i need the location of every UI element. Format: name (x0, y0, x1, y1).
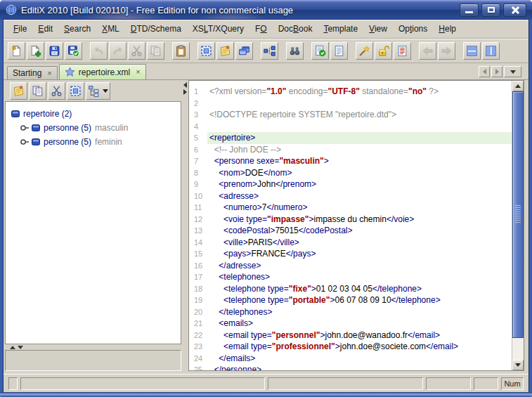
split-horizontal-button[interactable] (463, 42, 481, 60)
tree-item-personne-masculin[interactable]: personne (5)masculin (6, 121, 181, 135)
validate-document-button[interactable] (311, 42, 329, 60)
structure-panel: repertoire (2)personne (5)masculinperson… (5, 80, 181, 371)
split-horizontal-icon (466, 45, 478, 57)
code-line-18[interactable]: <telephone type="fixe">01 02 03 04 05</t… (207, 283, 512, 295)
code-line-20[interactable]: </telephones> (207, 306, 512, 318)
expander-icon (20, 123, 32, 133)
code-line-16[interactable]: </adresse> (207, 260, 512, 272)
code-line-14[interactable]: <ville>PARIS</ville> (207, 237, 512, 249)
split-vertical-button[interactable] (482, 42, 500, 60)
code-line-17[interactable]: <telephones> (207, 271, 512, 283)
code-line-6[interactable]: <!-- John DOE --> (207, 144, 512, 156)
menu-options[interactable]: Options (393, 22, 433, 36)
menu-view[interactable]: View (363, 22, 393, 36)
tree-item-label: personne (5) (44, 123, 91, 133)
tab-close-icon[interactable]: × (47, 70, 51, 77)
collapse-up-icon[interactable] (10, 346, 15, 349)
code-line-3[interactable]: <!DOCTYPE repertoire SYSTEM "repertoire.… (207, 109, 512, 121)
search-binoculars-button[interactable] (286, 42, 304, 60)
main-toolbar (4, 39, 528, 63)
tab-close-icon[interactable]: × (136, 68, 140, 76)
panel-select-block-button[interactable] (67, 82, 84, 100)
tree-item-personne-feminin[interactable]: personne (5)feminin (6, 135, 181, 149)
menu-template[interactable]: Template (318, 22, 363, 36)
wand-button[interactable] (356, 42, 373, 60)
menu-xslt-xquery[interactable]: XSLT/XQuery (187, 22, 249, 36)
select-block-button[interactable] (197, 42, 215, 60)
split-divider[interactable] (181, 80, 188, 371)
panel-splitter[interactable] (5, 344, 181, 350)
num-lock-indicator: Num (501, 377, 524, 390)
xml-editor: 1234567891011121314151617181920212223242… (188, 80, 524, 371)
code-line-19[interactable]: <telephone type="portable">06 07 08 09 1… (207, 294, 512, 306)
collapse-right-icon[interactable] (183, 89, 187, 95)
code-line-13[interactable]: <codePostal>75015</codePostal> (207, 225, 512, 237)
code-line-11[interactable]: <numero>7</numero> (207, 202, 512, 214)
code-line-2[interactable] (207, 98, 512, 110)
code-line-5[interactable]: <repertoire> (207, 132, 512, 144)
back-icon (422, 45, 434, 57)
tab-scroll-right-button[interactable] (491, 66, 502, 77)
panel-tree-view-button[interactable] (86, 82, 110, 100)
code-line-21[interactable]: <emails> (207, 318, 512, 330)
scrollbar-track[interactable] (512, 91, 524, 360)
minimize-button[interactable] (460, 4, 479, 17)
code-line-10[interactable]: <adresse> (207, 190, 512, 202)
format-document-button[interactable] (394, 42, 411, 60)
code-line-8[interactable]: <nom>DOE</nom> (207, 167, 512, 179)
code-line-24[interactable]: </emails> (207, 353, 512, 365)
code-line-12[interactable]: <voie type="impasse">impasse du chemin</… (207, 214, 512, 226)
tab-list-dropdown-button[interactable] (504, 66, 521, 77)
note-button[interactable] (216, 42, 234, 60)
menu-fo[interactable]: FO (249, 22, 273, 36)
text-document-button[interactable] (330, 42, 348, 60)
maximize-button[interactable] (481, 4, 500, 17)
title-bar[interactable]: EditiX 2010 [Build 020110] - Free Editio… (0, 0, 532, 20)
code-line-23[interactable]: <email type="professionnel">john.doe@soc… (207, 341, 512, 353)
code-line-4[interactable] (207, 121, 512, 133)
collapse-left-icon[interactable] (183, 82, 187, 88)
save-check-button[interactable] (65, 42, 82, 60)
close-button[interactable] (503, 4, 526, 17)
new-document-button[interactable] (8, 42, 25, 60)
code-line-7[interactable]: <personne sexe="masculin"> (207, 155, 512, 167)
toolbar-separator (190, 51, 197, 51)
menu-search[interactable]: Search (58, 22, 96, 36)
code-line-25[interactable]: </personne> (207, 364, 512, 370)
panel-copy-button[interactable] (29, 82, 46, 100)
cascade-windows-button[interactable] (235, 42, 253, 60)
menu-xml[interactable]: XML (96, 22, 125, 36)
code-area[interactable]: <?xml version="1.0" encoding="UTF-8" sta… (207, 81, 512, 370)
tree-view: repertoire (2)personne (5)masculinperson… (5, 101, 181, 344)
menu-dtd-schema[interactable]: DTD/Schema (125, 22, 187, 36)
panel-cut-button[interactable] (48, 82, 65, 100)
code-line-22[interactable]: <email type="personnel">john.doe@wanadoo… (207, 330, 512, 341)
scrollbar-thumb[interactable] (512, 91, 524, 338)
paste-button[interactable] (172, 42, 190, 60)
tab-scroll-left-button[interactable] (479, 66, 490, 77)
tree-structure-button[interactable] (261, 42, 278, 60)
toolbar-separator (412, 51, 418, 51)
text-document-icon (333, 45, 345, 57)
save-button[interactable] (46, 42, 63, 60)
scroll-up-button[interactable] (512, 81, 524, 91)
menu-docbook[interactable]: DocBook (273, 22, 318, 36)
menu-file[interactable]: File (8, 22, 32, 36)
tab-starting[interactable]: Starting × (7, 66, 58, 79)
panel-note-button[interactable] (10, 82, 27, 100)
scroll-down-button[interactable] (512, 360, 524, 370)
minimize-icon (465, 11, 473, 13)
new-file-add-button[interactable] (27, 42, 44, 60)
paste-icon (175, 45, 187, 57)
code-line-15[interactable]: <pays>FRANCE</pays> (207, 248, 512, 260)
collapse-down-icon[interactable] (18, 346, 23, 349)
lock-open-button[interactable] (375, 42, 392, 60)
line-number-15: 15 (189, 248, 207, 260)
menu-edit[interactable]: Edit (32, 22, 58, 36)
tab-repertoire-xml[interactable]: repertoire.xml × (59, 64, 146, 79)
code-line-9[interactable]: <prenom>John</prenom> (207, 178, 512, 190)
vertical-scrollbar[interactable] (512, 81, 524, 370)
menu-help[interactable]: Help (433, 22, 462, 36)
code-line-1[interactable]: <?xml version="1.0" encoding="UTF-8" sta… (207, 86, 512, 98)
tree-item-repertoire[interactable]: repertoire (2) (6, 107, 181, 121)
